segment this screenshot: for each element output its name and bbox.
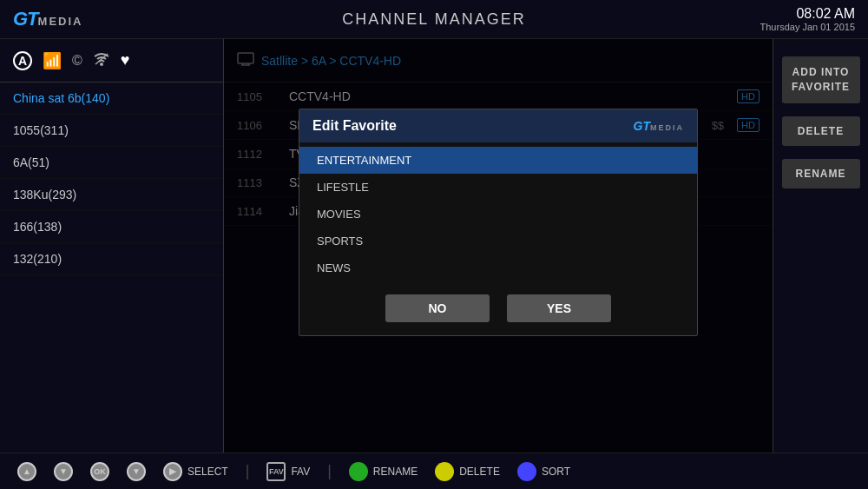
edit-favorite-dialog: Edit Favorite GT MEDIA ENTERTAINMENT LIF… xyxy=(299,109,698,336)
dialog-body: ENTERTAINMENT LIFESTLE MOVIES SPORTS NEW… xyxy=(299,142,697,286)
wifi-icon[interactable] xyxy=(93,52,110,69)
satellite-list: China sat 6b(140) 1055(311) 6A(51) 138Ku… xyxy=(0,83,223,453)
footer-separator: | xyxy=(246,462,250,480)
rename-label: RENAME xyxy=(373,466,418,478)
ok-icon: OK xyxy=(90,462,109,481)
dialog-title: Edit Favorite xyxy=(312,118,397,134)
signal-icon[interactable]: 📶 xyxy=(43,51,62,70)
footer-next: ▶ SELECT xyxy=(163,462,228,481)
sidebar: A 📶 © ♥ China sat 6b(140) 1055(311) 6A(5… xyxy=(0,39,224,453)
logo-media: MEDIA xyxy=(38,15,83,28)
footer-sort: SORT xyxy=(517,462,570,481)
sidebar-item-4[interactable]: 166(138) xyxy=(0,211,223,243)
footer-delete: DELETE xyxy=(435,462,500,481)
fav-icon: FAV xyxy=(266,462,286,481)
favorite-item-3[interactable]: SPORTS xyxy=(299,228,697,254)
header: GT MEDIA CHANNEL MANAGER 08:02 AM Thursd… xyxy=(0,0,868,39)
footer-rename: RENAME xyxy=(349,462,418,481)
heart-icon[interactable]: ♥ xyxy=(121,51,130,69)
footer-up: ▲ xyxy=(17,462,36,481)
page-title: CHANNEL MANAGER xyxy=(342,10,525,29)
sort-dot-icon xyxy=(517,462,536,481)
all-icon[interactable]: A xyxy=(13,51,32,70)
scroll-down-icon: ▼ xyxy=(127,462,146,481)
dialog-logo: GT MEDIA xyxy=(634,119,684,133)
dialog-logo-media: MEDIA xyxy=(650,123,684,132)
logo-gt: GT xyxy=(13,8,38,30)
dialog-header: Edit Favorite GT MEDIA xyxy=(299,109,697,142)
down-icon: ▼ xyxy=(54,462,73,481)
delete-dot-icon xyxy=(435,462,454,481)
fav-label: FAV xyxy=(291,466,310,478)
sidebar-item-5[interactable]: 132(210) xyxy=(0,243,223,275)
footer-scroll-down: ▼ xyxy=(127,462,146,481)
footer-ok: OK xyxy=(90,462,109,481)
sidebar-item-0[interactable]: China sat 6b(140) xyxy=(0,83,223,115)
sidebar-item-3[interactable]: 138Ku(293) xyxy=(0,179,223,211)
footer: ▲ ▼ OK ▼ ▶ SELECT | FAV FAV | RENAME DEL… xyxy=(0,453,868,489)
delete-button[interactable]: DELETE xyxy=(782,116,860,146)
dialog-logo-gt: GT xyxy=(634,119,650,133)
dialog-yes-button[interactable]: YES xyxy=(507,294,611,322)
rename-dot-icon xyxy=(349,462,368,481)
header-clock: 08:02 AM Thursday Jan 01 2015 xyxy=(760,6,855,32)
right-panel: ADD INTO FAVORITE DELETE RENAME xyxy=(773,39,868,453)
favorite-item-4[interactable]: NEWS xyxy=(299,254,697,281)
dialog-overlay: Edit Favorite GT MEDIA ENTERTAINMENT LIF… xyxy=(224,39,773,453)
select-label: SELECT xyxy=(187,466,228,478)
favorite-item-0[interactable]: ENTERTAINMENT xyxy=(299,147,697,174)
sort-label: SORT xyxy=(542,466,570,478)
dialog-no-button[interactable]: NO xyxy=(385,294,490,322)
time-display: 08:02 AM xyxy=(760,6,855,22)
favorite-item-2[interactable]: MOVIES xyxy=(299,201,697,228)
rename-button[interactable]: RENAME xyxy=(782,159,860,188)
add-favorite-button[interactable]: ADD INTO FAVORITE xyxy=(782,56,860,103)
date-display: Thursday Jan 01 2015 xyxy=(760,22,855,32)
dialog-buttons: NO YES xyxy=(299,286,697,335)
next-icon: ▶ xyxy=(163,462,182,481)
delete-label: DELETE xyxy=(459,466,500,478)
footer-fav: FAV FAV xyxy=(266,462,310,481)
favorite-item-1[interactable]: LIFESTLE xyxy=(299,174,697,201)
footer-separator-2: | xyxy=(327,462,332,480)
sidebar-icon-bar: A 📶 © ♥ xyxy=(0,39,223,83)
sidebar-item-1[interactable]: 1055(311) xyxy=(0,115,223,147)
sidebar-item-2[interactable]: 6A(51) xyxy=(0,147,223,179)
logo: GT MEDIA xyxy=(13,8,82,30)
copyright-icon[interactable]: © xyxy=(72,53,82,69)
up-icon: ▲ xyxy=(17,462,36,481)
footer-down: ▼ xyxy=(54,462,73,481)
